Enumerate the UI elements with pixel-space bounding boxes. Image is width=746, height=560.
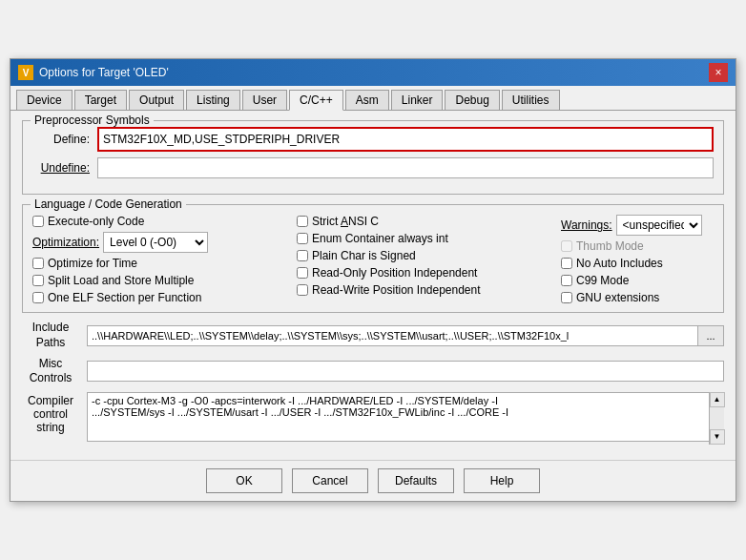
gnu-extensions-checkbox[interactable]	[561, 292, 572, 303]
one-elf-row: One ELF Section per Function	[32, 291, 287, 304]
plain-char-row: Plain Char is Signed	[297, 249, 551, 262]
c99-mode-label: C99 Mode	[576, 274, 629, 287]
readonly-pos-checkbox[interactable]	[297, 267, 308, 279]
optimization-label: Optimization:	[32, 236, 99, 249]
misc-controls-input[interactable]	[87, 361, 724, 382]
include-paths-input[interactable]	[87, 325, 698, 346]
define-row: Define:	[32, 127, 714, 152]
ok-button[interactable]: OK	[206, 468, 282, 493]
include-paths-row: IncludePaths ...	[22, 321, 724, 350]
readwrite-pos-row: Read-Write Position Independent	[297, 283, 551, 297]
tab-linker[interactable]: Linker	[391, 90, 444, 110]
one-elf-checkbox[interactable]	[32, 292, 44, 303]
window-title: Options for Target 'OLED'	[39, 66, 169, 79]
middle-column: Strict ANSI C Enum Container always int …	[297, 215, 551, 304]
define-input[interactable]	[99, 129, 712, 150]
app-icon: V	[18, 65, 33, 80]
readwrite-pos-checkbox[interactable]	[297, 284, 308, 296]
c99-mode-checkbox[interactable]	[561, 275, 572, 286]
dialog-content: Preprocessor Symbols Define: Undefine: L…	[10, 111, 736, 459]
optimization-row: Optimization: Level 0 (-O0)	[32, 232, 287, 253]
tab-cpp[interactable]: C/C++	[289, 90, 343, 111]
tab-debug[interactable]: Debug	[445, 90, 499, 110]
enum-container-row: Enum Container always int	[297, 232, 551, 245]
c99-mode-row: C99 Mode	[561, 274, 714, 287]
thumb-mode-checkbox[interactable]	[561, 240, 572, 252]
split-load-checkbox[interactable]	[32, 275, 44, 286]
scroll-up-arrow[interactable]: ▲	[710, 392, 725, 407]
tab-listing[interactable]: Listing	[186, 90, 240, 110]
enum-container-checkbox[interactable]	[297, 233, 308, 244]
strict-ansi-row: Strict ANSI C	[297, 215, 551, 228]
execute-only-row: Execute-only Code	[32, 215, 287, 228]
help-button[interactable]: Help	[464, 468, 540, 493]
thumb-mode-row: Thumb Mode	[561, 239, 714, 253]
strict-ansi-checkbox[interactable]	[297, 216, 308, 227]
defaults-button[interactable]: Defaults	[378, 468, 454, 493]
preprocessor-group: Preprocessor Symbols Define: Undefine:	[22, 120, 724, 195]
thumb-mode-label: Thumb Mode	[576, 239, 644, 253]
undefine-row: Undefine:	[32, 157, 714, 178]
button-bar: OK Cancel Defaults Help	[10, 460, 736, 501]
tab-target[interactable]: Target	[74, 90, 127, 110]
execute-only-label: Execute-only Code	[48, 215, 144, 228]
main-window: V Options for Target 'OLED' × Device Tar…	[10, 58, 736, 501]
plain-char-label: Plain Char is Signed	[312, 249, 416, 262]
include-paths-label: IncludePaths	[22, 321, 79, 350]
scroll-down-arrow[interactable]: ▼	[710, 429, 725, 445]
close-button[interactable]: ×	[709, 63, 728, 82]
tab-utilities[interactable]: Utilities	[502, 90, 560, 110]
enum-container-label: Enum Container always int	[312, 232, 448, 245]
undefine-input[interactable]	[97, 157, 714, 178]
execute-only-checkbox[interactable]	[32, 216, 44, 227]
optimize-time-row: Optimize for Time	[32, 257, 287, 270]
language-group: Language / Code Generation Execute-only …	[22, 204, 724, 313]
optimize-time-label: Optimize for Time	[48, 257, 137, 270]
code-gen-rows: Execute-only Code Optimization: Level 0 …	[32, 215, 714, 304]
compiler-label: Compilercontrolstring	[22, 392, 79, 434]
optimize-time-checkbox[interactable]	[32, 258, 44, 269]
split-load-row: Split Load and Store Multiple	[32, 274, 287, 287]
compiler-textarea-container: -c -cpu Cortex-M3 -g -O0 -apcs=interwork…	[87, 392, 724, 445]
optimization-select[interactable]: Level 0 (-O0)	[103, 232, 208, 253]
compiler-scrollbar: ▲ ▼	[709, 392, 724, 445]
misc-controls-label: MiscControls	[22, 357, 79, 386]
title-bar: V Options for Target 'OLED' ×	[10, 59, 736, 86]
warnings-label: Warnings:	[561, 218, 612, 232]
right-column: Warnings: <unspecified> Thumb Mode No Au…	[561, 215, 714, 304]
gnu-extensions-row: GNU extensions	[561, 291, 714, 304]
tab-output[interactable]: Output	[129, 90, 184, 110]
gnu-extensions-label: GNU extensions	[576, 291, 659, 304]
no-auto-includes-row: No Auto Includes	[561, 257, 714, 270]
tab-bar: Device Target Output Listing User C/C++ …	[10, 86, 736, 111]
language-group-label: Language / Code Generation	[31, 197, 186, 211]
undefine-label: Undefine:	[32, 161, 90, 175]
include-paths-browse-button[interactable]: ...	[697, 325, 724, 346]
tab-user[interactable]: User	[242, 90, 287, 110]
no-auto-includes-label: No Auto Includes	[576, 257, 663, 270]
cancel-button[interactable]: Cancel	[292, 468, 368, 493]
include-paths-container: ...	[87, 325, 724, 346]
readwrite-pos-label: Read-Write Position Independent	[312, 283, 481, 297]
tab-device[interactable]: Device	[16, 90, 73, 110]
no-auto-includes-checkbox[interactable]	[561, 258, 572, 269]
misc-row: MiscControls	[22, 357, 724, 386]
one-elf-label: One ELF Section per Function	[48, 291, 201, 304]
define-label: Define:	[32, 133, 90, 146]
tab-asm[interactable]: Asm	[345, 90, 389, 110]
plain-char-checkbox[interactable]	[297, 250, 308, 261]
compiler-row: Compilercontrolstring -c -cpu Cortex-M3 …	[22, 392, 724, 445]
warnings-select[interactable]: <unspecified>	[616, 215, 702, 236]
left-column: Execute-only Code Optimization: Level 0 …	[32, 215, 287, 304]
strict-ansi-label: Strict ANSI C	[312, 215, 379, 228]
readonly-pos-row: Read-Only Position Independent	[297, 266, 551, 280]
compiler-textarea[interactable]: -c -cpu Cortex-M3 -g -O0 -apcs=interwork…	[87, 392, 724, 442]
readonly-pos-label: Read-Only Position Independent	[312, 266, 477, 280]
title-bar-left: V Options for Target 'OLED'	[18, 65, 169, 80]
warnings-row: Warnings: <unspecified>	[561, 215, 714, 236]
split-load-label: Split Load and Store Multiple	[48, 274, 194, 287]
preprocessor-group-label: Preprocessor Symbols	[31, 114, 154, 127]
